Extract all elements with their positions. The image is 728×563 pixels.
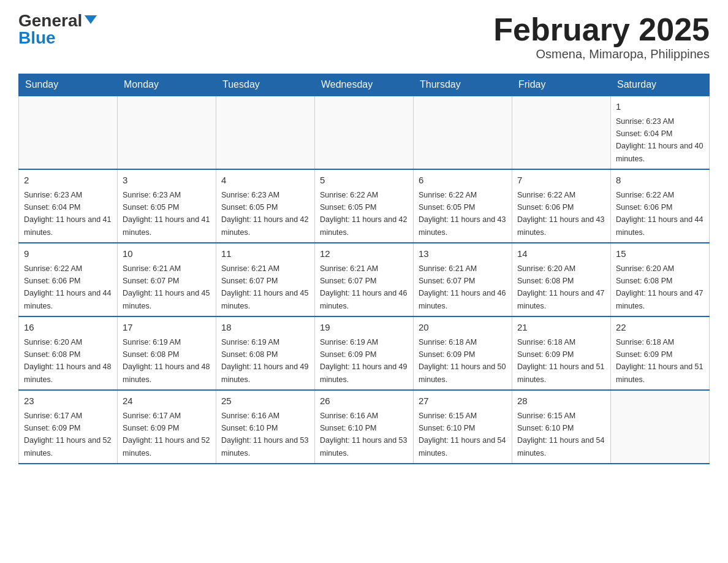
day-number: 6 [419,174,507,188]
calendar-cell: 16Sunrise: 6:20 AMSunset: 6:08 PMDayligh… [19,316,118,390]
calendar-cell: 9Sunrise: 6:22 AMSunset: 6:06 PMDaylight… [19,243,118,316]
logo: General Blue [18,12,97,47]
day-info: Sunrise: 6:23 AMSunset: 6:04 PMDaylight:… [616,117,703,163]
calendar-cell: 11Sunrise: 6:21 AMSunset: 6:07 PMDayligh… [216,243,315,316]
day-info: Sunrise: 6:17 AMSunset: 6:09 PMDaylight:… [123,412,210,458]
day-info: Sunrise: 6:19 AMSunset: 6:08 PMDaylight:… [221,338,308,384]
month-title: February 2025 [493,12,710,47]
calendar-cell: 1Sunrise: 6:23 AMSunset: 6:04 PMDaylight… [611,96,710,169]
calendar-cell: 8Sunrise: 6:22 AMSunset: 6:06 PMDaylight… [611,169,710,243]
title-section: February 2025 Osmena, Mimaropa, Philippi… [493,12,710,61]
calendar-cell: 2Sunrise: 6:23 AMSunset: 6:04 PMDaylight… [19,169,118,243]
day-info: Sunrise: 6:18 AMSunset: 6:09 PMDaylight:… [616,338,703,384]
calendar-cell: 27Sunrise: 6:15 AMSunset: 6:10 PMDayligh… [414,390,512,464]
calendar-cell: 21Sunrise: 6:18 AMSunset: 6:09 PMDayligh… [512,316,611,390]
day-of-week-header: Monday [118,74,216,96]
calendar-cell: 25Sunrise: 6:16 AMSunset: 6:10 PMDayligh… [216,390,315,464]
calendar-cell: 18Sunrise: 6:19 AMSunset: 6:08 PMDayligh… [216,316,315,390]
day-number: 27 [419,394,507,408]
calendar-cell: 17Sunrise: 6:19 AMSunset: 6:08 PMDayligh… [118,316,216,390]
calendar-cell: 20Sunrise: 6:18 AMSunset: 6:09 PMDayligh… [414,316,512,390]
calendar-table: SundayMondayTuesdayWednesdayThursdayFrid… [18,74,710,464]
day-info: Sunrise: 6:23 AMSunset: 6:04 PMDaylight:… [24,191,111,237]
calendar-week-row: 1Sunrise: 6:23 AMSunset: 6:04 PMDaylight… [19,96,710,169]
day-info: Sunrise: 6:20 AMSunset: 6:08 PMDaylight:… [616,264,703,310]
location-text: Osmena, Mimaropa, Philippines [493,47,710,61]
day-of-week-header: Tuesday [216,74,315,96]
day-number: 24 [123,394,211,408]
day-info: Sunrise: 6:21 AMSunset: 6:07 PMDaylight:… [320,264,407,310]
day-of-week-header: Saturday [611,74,710,96]
calendar-cell [216,96,315,169]
calendar-week-row: 16Sunrise: 6:20 AMSunset: 6:08 PMDayligh… [19,316,710,390]
day-number: 1 [616,100,704,114]
logo-general-text: General [18,12,82,29]
day-number: 11 [221,247,309,261]
calendar-week-row: 9Sunrise: 6:22 AMSunset: 6:06 PMDaylight… [19,243,710,316]
day-info: Sunrise: 6:16 AMSunset: 6:10 PMDaylight:… [221,412,308,458]
day-info: Sunrise: 6:22 AMSunset: 6:06 PMDaylight:… [517,191,604,237]
day-number: 4 [221,174,309,188]
calendar-cell [315,96,414,169]
day-number: 25 [221,394,309,408]
calendar-cell: 7Sunrise: 6:22 AMSunset: 6:06 PMDaylight… [512,169,611,243]
day-info: Sunrise: 6:19 AMSunset: 6:09 PMDaylight:… [320,338,407,384]
calendar-cell: 13Sunrise: 6:21 AMSunset: 6:07 PMDayligh… [414,243,512,316]
day-info: Sunrise: 6:18 AMSunset: 6:09 PMDaylight:… [517,338,604,384]
day-info: Sunrise: 6:23 AMSunset: 6:05 PMDaylight:… [221,191,308,237]
day-number: 7 [517,174,605,188]
day-info: Sunrise: 6:21 AMSunset: 6:07 PMDaylight:… [123,264,210,310]
day-info: Sunrise: 6:15 AMSunset: 6:10 PMDaylight:… [517,412,604,458]
day-number: 28 [517,394,605,408]
calendar-cell: 15Sunrise: 6:20 AMSunset: 6:08 PMDayligh… [611,243,710,316]
day-number: 5 [320,174,408,188]
page-header: General Blue February 2025 Osmena, Mimar… [18,12,710,61]
day-number: 10 [123,247,211,261]
day-number: 8 [616,174,704,188]
calendar-cell [19,96,118,169]
day-info: Sunrise: 6:18 AMSunset: 6:09 PMDaylight:… [419,338,506,384]
day-number: 9 [24,247,112,261]
day-number: 13 [419,247,507,261]
calendar-cell: 28Sunrise: 6:15 AMSunset: 6:10 PMDayligh… [512,390,611,464]
day-number: 22 [616,321,704,335]
calendar-cell: 5Sunrise: 6:22 AMSunset: 6:05 PMDaylight… [315,169,414,243]
day-info: Sunrise: 6:22 AMSunset: 6:06 PMDaylight:… [616,191,703,237]
logo-blue-text: Blue [18,29,56,47]
day-info: Sunrise: 6:21 AMSunset: 6:07 PMDaylight:… [419,264,506,310]
calendar-cell: 24Sunrise: 6:17 AMSunset: 6:09 PMDayligh… [118,390,216,464]
calendar-week-row: 23Sunrise: 6:17 AMSunset: 6:09 PMDayligh… [19,390,710,464]
day-info: Sunrise: 6:22 AMSunset: 6:05 PMDaylight:… [419,191,506,237]
day-info: Sunrise: 6:15 AMSunset: 6:10 PMDaylight:… [419,412,506,458]
day-number: 15 [616,247,704,261]
day-info: Sunrise: 6:21 AMSunset: 6:07 PMDaylight:… [221,264,308,310]
day-number: 3 [123,174,211,188]
day-info: Sunrise: 6:22 AMSunset: 6:06 PMDaylight:… [24,264,111,310]
day-number: 2 [24,174,112,188]
calendar-cell: 26Sunrise: 6:16 AMSunset: 6:10 PMDayligh… [315,390,414,464]
calendar-cell: 19Sunrise: 6:19 AMSunset: 6:09 PMDayligh… [315,316,414,390]
calendar-cell: 22Sunrise: 6:18 AMSunset: 6:09 PMDayligh… [611,316,710,390]
day-of-week-header: Friday [512,74,611,96]
logo-triangle-icon [85,15,97,24]
day-info: Sunrise: 6:19 AMSunset: 6:08 PMDaylight:… [123,338,210,384]
day-number: 20 [419,321,507,335]
calendar-week-row: 2Sunrise: 6:23 AMSunset: 6:04 PMDaylight… [19,169,710,243]
day-number: 16 [24,321,112,335]
day-info: Sunrise: 6:20 AMSunset: 6:08 PMDaylight:… [517,264,604,310]
calendar-cell: 3Sunrise: 6:23 AMSunset: 6:05 PMDaylight… [118,169,216,243]
day-number: 17 [123,321,211,335]
day-info: Sunrise: 6:22 AMSunset: 6:05 PMDaylight:… [320,191,407,237]
calendar-cell: 4Sunrise: 6:23 AMSunset: 6:05 PMDaylight… [216,169,315,243]
day-info: Sunrise: 6:23 AMSunset: 6:05 PMDaylight:… [123,191,210,237]
calendar-cell: 12Sunrise: 6:21 AMSunset: 6:07 PMDayligh… [315,243,414,316]
calendar-cell: 23Sunrise: 6:17 AMSunset: 6:09 PMDayligh… [19,390,118,464]
calendar-cell [414,96,512,169]
calendar-header-row: SundayMondayTuesdayWednesdayThursdayFrid… [19,74,710,96]
day-of-week-header: Thursday [414,74,512,96]
day-number: 23 [24,394,112,408]
calendar-cell: 6Sunrise: 6:22 AMSunset: 6:05 PMDaylight… [414,169,512,243]
day-of-week-header: Sunday [19,74,118,96]
day-number: 14 [517,247,605,261]
day-number: 18 [221,321,309,335]
